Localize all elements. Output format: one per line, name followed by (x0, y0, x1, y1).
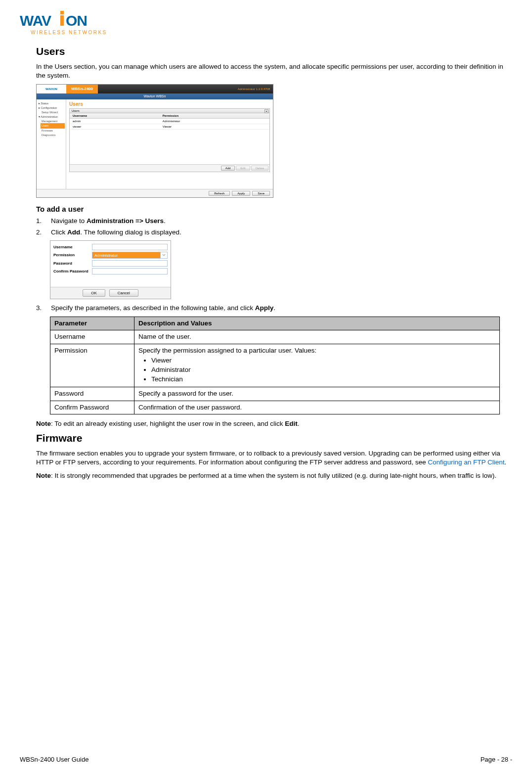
shot1-admininfo: Administrator 1.2.0.4708 (238, 88, 273, 91)
sidebar-item-setupwizard[interactable]: Setup Wizard (38, 110, 65, 115)
sidebar-item-users[interactable]: Users (41, 123, 65, 129)
edit-button[interactable]: Edit (236, 166, 250, 171)
confirm-password-label: Confirm Password (53, 269, 92, 274)
sidebar-item-management[interactable]: Management (38, 119, 65, 124)
sidebar-item-config[interactable]: ▸ Configuration (38, 106, 65, 110)
sidebar-item-status[interactable]: ▸ Status (38, 101, 65, 106)
th-parameter: Parameter (50, 317, 134, 330)
permission-label: Permission (53, 253, 92, 257)
table-row: Confirm Password Confirmation of the use… (50, 401, 500, 414)
confirm-password-input[interactable] (92, 268, 168, 274)
save-button[interactable]: Save (252, 191, 270, 196)
users-screenshot: WAVION WBSn-2400 Administrator 1.2.0.470… (36, 84, 273, 198)
users-heading: Users (36, 46, 512, 57)
svg-rect-1 (60, 11, 64, 14)
username-input[interactable] (92, 244, 168, 250)
panel-title: Users (69, 101, 270, 107)
username-label: Username (53, 245, 92, 249)
permission-select[interactable]: Administrator (92, 252, 168, 259)
svg-text:WIRELESS NETWORKS: WIRELESS NETWORKS (31, 30, 107, 35)
shot1-sidebar: ▸ Status ▸ Configuration Setup Wizard ▾ … (37, 99, 66, 197)
th-description: Description and Values (134, 317, 500, 330)
footer-left: WBSn-2400 User Guide (20, 756, 89, 763)
note-firmware: Note: It is strongly recommended that up… (36, 471, 512, 480)
apply-button[interactable]: Apply (232, 191, 250, 196)
note-edit: Note: To edit an already existing user, … (36, 419, 512, 428)
paneltab-label: Users (72, 109, 80, 112)
shot1-logo: WAVION (37, 85, 66, 93)
users-intro: In the Users section, you can manage whi… (36, 62, 512, 80)
ok-button[interactable]: OK (83, 289, 105, 297)
step-2: 2.Click Add. The following dialog is dis… (36, 228, 512, 237)
close-icon[interactable]: × (265, 109, 268, 113)
add-button[interactable]: Add (221, 166, 235, 171)
sidebar-item-admin[interactable]: ▾ Administration (38, 115, 65, 119)
table-row: Permission Specify the permission assign… (50, 344, 500, 387)
step-1: 1.Navigate to Administration => Users. (36, 216, 512, 226)
step-3: 3.Specify the parameters, as described i… (36, 303, 512, 313)
sidebar-item-diagnostics[interactable]: Diagnostics (38, 133, 65, 137)
add-user-heading: To add a user (36, 205, 512, 213)
permission-value: Administrator (92, 252, 160, 258)
svg-rect-2 (60, 15, 64, 26)
table-row: Username Name of the user. (50, 330, 500, 344)
refresh-button[interactable]: Refresh (209, 191, 230, 196)
table-row[interactable]: admin Administrator (70, 119, 269, 124)
password-label: Password (53, 261, 92, 266)
col-header-permission: Permission (160, 113, 269, 118)
brand-logo: WAV ON WIRELESS NETWORKS (20, 11, 512, 39)
ftp-link[interactable]: Configuring an FTP Client (428, 458, 504, 466)
table-row: Password Specify a password for the user… (50, 387, 500, 401)
delete-button[interactable]: Delete (251, 166, 268, 171)
chevron-down-icon (160, 252, 167, 258)
cancel-button[interactable]: Cancel (109, 289, 138, 297)
footer-right: Page - 28 - (481, 756, 512, 763)
col-header-username: Username (70, 113, 160, 118)
shot1-titlebar: Wavion WBSn (37, 93, 273, 99)
svg-text:ON: ON (66, 12, 87, 29)
table-row[interactable]: viewer Viewer (70, 124, 269, 130)
password-input[interactable] (92, 260, 168, 267)
sidebar-item-firmware[interactable]: Firmware (38, 129, 65, 133)
shot1-breadcrumb: WBSn-2400 (66, 85, 98, 93)
firmware-heading: Firmware (36, 432, 512, 444)
parameter-table: Parameter Description and Values Usernam… (50, 317, 500, 414)
firmware-body: The firmware section enables you to upgr… (36, 449, 512, 467)
add-user-dialog: Username Permission Administrator Passwo… (50, 240, 171, 299)
svg-text:WAV: WAV (20, 12, 51, 29)
